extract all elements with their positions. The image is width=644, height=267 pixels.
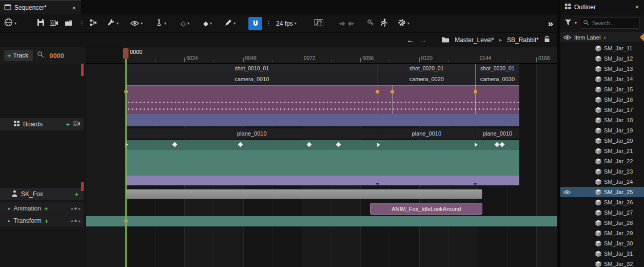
camera-cut-keyframe[interactable] <box>376 90 379 93</box>
back-button[interactable]: ← <box>406 35 414 44</box>
outliner-item[interactable]: SM_Jar_15 <box>560 84 644 94</box>
sequencer-tab[interactable]: Sequencer* × <box>0 0 81 14</box>
plane-section[interactable]: plane_0010 <box>378 128 476 139</box>
plane-section[interactable]: plane_0010 <box>126 128 378 139</box>
camera-cut-keyframe[interactable] <box>474 90 477 93</box>
add-transform-key-button[interactable]: + <box>45 218 49 224</box>
fps-dropdown[interactable]: 24 fps ▾ <box>276 17 297 30</box>
timeline-ruler[interactable]: 0000 0024004800720096012001440168 <box>86 47 557 64</box>
prev-key-icon[interactable]: ◂ <box>71 206 73 211</box>
outliner-item[interactable]: SM_Jar_17 <box>560 105 644 115</box>
visibility-column-eye-icon[interactable] <box>563 33 571 42</box>
track-row-animation[interactable]: ▸ Animation + ◂ ◆ ▸ <box>0 202 84 215</box>
current-time-field[interactable]: 0000 <box>49 52 64 60</box>
settings-button[interactable]: ▾ <box>398 17 409 30</box>
timeline-area[interactable]: shot_0010_01camera_0010plane_0010shot_00… <box>86 47 557 267</box>
prev-key-icon[interactable]: ◂ <box>71 219 73 223</box>
filter-caret-icon[interactable]: ▾ <box>575 21 577 25</box>
item-label-header[interactable]: Item Label <box>574 34 600 41</box>
outliner-item[interactable]: SM_Jar_19 <box>560 125 644 136</box>
boards-camera-icon[interactable] <box>73 121 81 128</box>
next-key-group-button[interactable]: ◆▸ <box>348 17 354 30</box>
camera-section[interactable]: camera_0030 <box>476 72 519 85</box>
outliner-item[interactable]: SM_Jar_13 <box>560 64 644 74</box>
lock-icon[interactable] <box>544 35 550 45</box>
outliner-column-header[interactable]: Item Label ▴ <box>560 32 644 43</box>
render-movie-button[interactable] <box>65 17 72 30</box>
animation-range-bar[interactable] <box>126 189 482 199</box>
snap-options-button[interactable]: ⋮ <box>265 17 272 30</box>
snap-button[interactable] <box>248 17 262 30</box>
outliner-item[interactable]: SM_Jar_32 <box>560 259 644 267</box>
filter-funnel-icon[interactable] <box>564 18 572 28</box>
add-animation-button[interactable]: + <box>44 205 48 212</box>
breadcrumb-shot[interactable]: SB_Rabbit* <box>507 36 539 44</box>
track-row-boards[interactable]: Boards + <box>0 118 84 130</box>
test-options-button[interactable]: ▾ <box>155 17 166 30</box>
camera-cut-keyframe[interactable] <box>391 90 394 93</box>
save-button[interactable] <box>37 17 45 30</box>
add-board-button[interactable]: + <box>66 121 70 128</box>
outliner-item[interactable]: SM_Jar_30 <box>560 238 644 249</box>
keyframe-outline-button[interactable]: ◇ ▾ <box>181 17 189 30</box>
outliner-item[interactable]: SM_Jar_12 <box>560 53 644 64</box>
playhead-handle[interactable] <box>123 48 129 59</box>
outliner-item[interactable]: SM_Jar_11 <box>560 43 644 53</box>
camera-button[interactable] <box>50 17 58 30</box>
next-key-icon[interactable]: ▸ <box>79 206 81 211</box>
outliner-item[interactable]: SM_Jar_18 <box>560 115 644 125</box>
add-track-button[interactable]: + Track <box>4 50 33 61</box>
edit-mode-button[interactable]: ▾ <box>225 17 236 30</box>
next-key-icon[interactable]: ▸ <box>79 219 81 223</box>
outliner-item[interactable]: SM_Jar_21 <box>560 146 644 156</box>
camera-section[interactable]: camera_0020 <box>378 72 476 85</box>
outliner-item[interactable]: SM_Jar_26 <box>560 197 644 207</box>
search-tracks-icon[interactable] <box>37 51 44 60</box>
outliner-item[interactable]: SM_Jar_20 <box>560 136 644 146</box>
view-options-button[interactable]: ▾ <box>130 17 143 30</box>
outliner-search-input[interactable] <box>591 20 637 27</box>
curve-editor-button[interactable] <box>315 17 323 30</box>
plane-section[interactable]: plane_0010 <box>476 128 519 139</box>
outliner-item[interactable]: SM_Jar_25 <box>560 187 644 197</box>
outliner-item[interactable]: SM_Jar_22 <box>560 156 644 166</box>
add-key-icon[interactable]: ◆ <box>74 219 77 223</box>
keyframe-dense-lane[interactable] <box>126 98 519 114</box>
toolbar-overflow-button[interactable]: » <box>548 17 553 30</box>
shot-section[interactable]: shot_0020_01 <box>378 64 476 72</box>
hierarchy-button[interactable] <box>89 17 97 30</box>
add-section-button[interactable]: + <box>74 191 79 198</box>
breadcrumb-level[interactable]: Master_Level* <box>455 36 494 44</box>
transform-track-row[interactable] <box>86 216 557 226</box>
slate-lane[interactable] <box>126 114 519 126</box>
expander-icon[interactable]: ▸ <box>8 218 11 223</box>
lavender-lane[interactable] <box>126 176 519 185</box>
keyframe-arrow[interactable] <box>475 143 478 147</box>
tools-button[interactable]: ▾ <box>107 17 119 30</box>
shot-section[interactable]: shot_0010_01 <box>126 64 378 72</box>
keyframe-arrow[interactable] <box>377 143 380 147</box>
outliner-item[interactable]: SM_Jar_31 <box>560 249 644 259</box>
shot-section[interactable]: shot_0030_01 <box>476 64 519 72</box>
outliner-search-box[interactable] <box>580 17 640 29</box>
teal-lane[interactable] <box>126 150 519 176</box>
outliner-close-icon[interactable]: × <box>634 3 640 11</box>
more-options-button[interactable]: ⋮ <box>79 17 85 30</box>
forward-button[interactable]: → <box>419 35 427 44</box>
pin-icon[interactable] <box>640 33 644 42</box>
add-key-icon[interactable]: ◆ <box>74 206 77 211</box>
visibility-eye-icon[interactable] <box>563 190 572 195</box>
track-row-sk-fox[interactable]: SK_Fox + <box>0 188 84 200</box>
outliner-item[interactable]: SM_Jar_24 <box>560 177 644 187</box>
key-toggle-button[interactable] <box>367 17 374 30</box>
outliner-item[interactable]: SM_Jar_27 <box>560 207 644 218</box>
transform-key-lane[interactable] <box>126 140 519 150</box>
expander-icon[interactable]: ▸ <box>8 206 11 211</box>
simulate-button[interactable] <box>380 17 387 30</box>
outliner-item[interactable]: SM_Jar_16 <box>560 94 644 105</box>
outliner-item[interactable]: SM_Jar_14 <box>560 74 644 84</box>
camera-cut-lane[interactable] <box>126 85 519 98</box>
outliner-item[interactable]: SM_Jar_28 <box>560 218 644 228</box>
keyframe-filled-button[interactable]: ◆ ▾ <box>203 17 212 30</box>
tab-close-icon[interactable]: × <box>71 4 77 12</box>
